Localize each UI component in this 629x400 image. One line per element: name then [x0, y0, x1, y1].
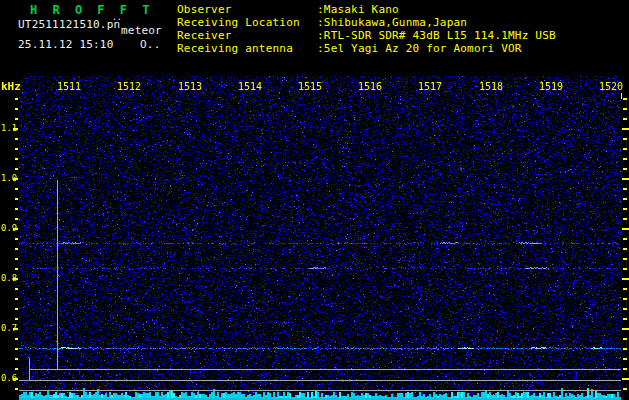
freq-label: 0.9 [1, 223, 17, 233]
capture-filename: UT2511121510.pn [18, 18, 120, 31]
level-refline-mid [19, 380, 621, 381]
time-label: 1519 [533, 81, 563, 92]
freq-tick-major-right [622, 128, 629, 130]
freq-tick-minor-right [623, 348, 627, 350]
field-label: Receiver [177, 29, 232, 42]
freq-tick-minor-left [15, 338, 18, 340]
freq-tick-minor-left [15, 158, 18, 160]
freq-tick-minor-right [623, 358, 627, 360]
freq-tick-minor-left [15, 168, 18, 170]
time-label: 1511 [51, 81, 81, 92]
time-label: 1514 [232, 81, 262, 92]
freq-tick-minor-right [623, 338, 627, 340]
freq-tick-minor-right [623, 258, 627, 260]
freq-label: 0.8 [1, 273, 17, 283]
time-label: 1517 [412, 81, 442, 92]
freq-tick-minor-right [623, 238, 627, 240]
freq-tick-minor-left [15, 208, 18, 210]
freq-tick-minor-right [623, 218, 627, 220]
freq-tick-minor-right [623, 268, 627, 270]
freq-tick-major-right [622, 378, 629, 380]
freq-tick-minor-left [15, 268, 18, 270]
count-region-vline [57, 180, 58, 370]
freq-tick-minor-right [623, 308, 627, 310]
freq-tick-minor-left [15, 348, 18, 350]
freq-tick-minor-left [15, 198, 18, 200]
freq-tick-minor-right [623, 118, 627, 120]
freq-tick-minor-right [623, 158, 627, 160]
freq-tick-minor-left [15, 258, 18, 260]
level-refline-top [29, 369, 621, 370]
spectrogram-canvas [19, 76, 621, 400]
freq-tick-minor-right [623, 298, 627, 300]
time-label: 1516 [352, 81, 382, 92]
freq-tick-minor-left [15, 308, 18, 310]
freq-tick-major-right [622, 228, 629, 230]
freq-tick-minor-left [15, 108, 18, 110]
filename-dots: .. [112, 13, 122, 22]
freq-tick-minor-left [15, 138, 18, 140]
freq-tick-minor-right [623, 98, 627, 100]
field-value: :Shibukawa,Gunma,Japan [317, 16, 467, 29]
freq-tick-minor-left [15, 248, 18, 250]
freq-axis-unit: kHz [1, 80, 21, 93]
freq-tick-minor-right [623, 138, 627, 140]
freq-tick-minor-right [623, 168, 627, 170]
time-label: 1520 [593, 81, 623, 92]
time-label: 1512 [111, 81, 141, 92]
freq-label: 0.6 [1, 373, 17, 383]
datetime: 25.11.12 15:10 [18, 38, 114, 51]
freq-tick-minor-left [15, 318, 18, 320]
freq-tick-minor-left [15, 288, 18, 290]
freq-tick-minor-right [623, 148, 627, 150]
field-label: Observer [177, 3, 232, 16]
field-label: Receiving Location [177, 16, 300, 29]
field-value: :Masaki Kano [317, 3, 399, 16]
time-label: 1515 [292, 81, 322, 92]
freq-tick-minor-left [15, 238, 18, 240]
freq-tick-minor-right [623, 388, 627, 390]
time-label: 1518 [473, 81, 503, 92]
echo-counter: O.. [140, 38, 160, 51]
freq-label: 1.0 [1, 173, 17, 183]
freq-tick-minor-left [15, 98, 18, 100]
freq-tick-minor-left [15, 218, 18, 220]
field-value: :RTL-SDR SDR# 43dB L15 114.1MHz USB [317, 29, 556, 42]
freq-tick-minor-right [623, 248, 627, 250]
freq-tick-minor-left [15, 148, 18, 150]
level-refline-bottom [19, 390, 621, 391]
freq-label: 0.7 [1, 323, 17, 333]
freq-tick-minor-right [623, 318, 627, 320]
field-value: :5el Yagi Az 20 for Aomori VOR [317, 42, 522, 55]
freq-tick-minor-left [15, 118, 18, 120]
freq-tick-minor-left [15, 388, 18, 390]
freq-tick-minor-left [15, 368, 18, 370]
freq-tick-minor-right [623, 198, 627, 200]
freq-tick-minor-right [623, 188, 627, 190]
freq-tick-minor-right [623, 108, 627, 110]
freq-label: 1.1 [1, 123, 17, 133]
freq-tick-minor-left [15, 358, 18, 360]
freq-tick-minor-left [15, 298, 18, 300]
app-title: H R O F F T [30, 3, 153, 17]
freq-tick-major-right [622, 278, 629, 280]
freq-tick-major-right [622, 178, 629, 180]
field-label: Receiving antenna [177, 42, 293, 55]
freq-tick-major-right [622, 328, 629, 330]
freq-tick-minor-left [15, 188, 18, 190]
observation-name: meteor [121, 24, 162, 37]
hrofft-screen: H R O F F T UT2511121510.pn .. meteor 25… [0, 0, 629, 400]
freq-tick-minor-right [623, 368, 627, 370]
freq-tick-minor-right [623, 208, 627, 210]
freq-tick-minor-right [623, 288, 627, 290]
time-label: 1513 [172, 81, 202, 92]
